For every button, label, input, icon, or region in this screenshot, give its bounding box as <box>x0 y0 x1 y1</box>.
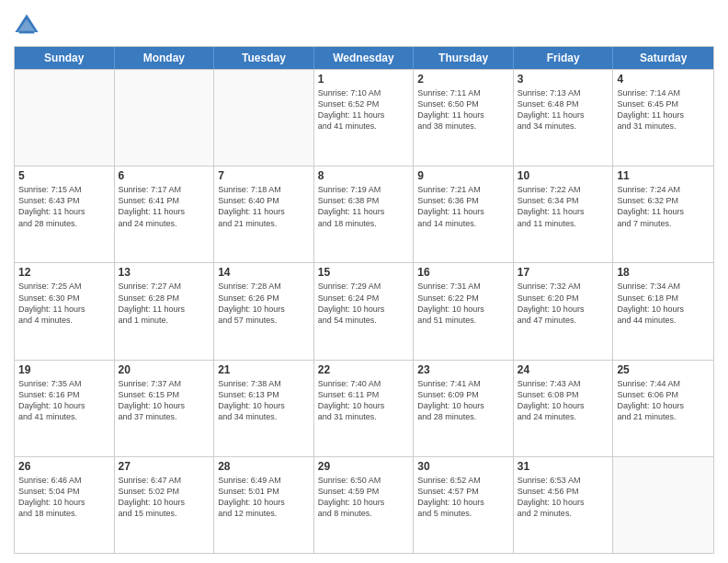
day-info: Sunrise: 7:44 AM Sunset: 6:06 PM Dayligh… <box>617 378 710 423</box>
day-info: Sunrise: 7:35 AM Sunset: 6:16 PM Dayligh… <box>18 378 110 423</box>
logo-icon <box>14 13 40 39</box>
empty-cell <box>115 70 215 166</box>
day-number: 16 <box>417 266 509 279</box>
day-number: 4 <box>617 73 710 86</box>
day-cell-28: 28Sunrise: 6:49 AM Sunset: 5:01 PM Dayli… <box>214 457 314 553</box>
day-number: 27 <box>119 460 210 473</box>
day-number: 21 <box>218 363 310 376</box>
day-info: Sunrise: 7:38 AM Sunset: 6:13 PM Dayligh… <box>218 378 310 423</box>
day-number: 10 <box>518 169 609 182</box>
day-number: 23 <box>417 363 509 376</box>
day-info: Sunrise: 7:13 AM Sunset: 6:48 PM Dayligh… <box>518 87 609 132</box>
calendar-body: 1Sunrise: 7:10 AM Sunset: 6:52 PM Daylig… <box>15 69 713 553</box>
day-number: 26 <box>18 460 110 473</box>
day-cell-3: 3Sunrise: 7:13 AM Sunset: 6:48 PM Daylig… <box>514 70 614 166</box>
day-info: Sunrise: 7:31 AM Sunset: 6:22 PM Dayligh… <box>417 281 509 326</box>
header-day-thursday: Thursday <box>414 47 514 69</box>
day-cell-10: 10Sunrise: 7:22 AM Sunset: 6:34 PM Dayli… <box>514 167 614 262</box>
day-cell-11: 11Sunrise: 7:24 AM Sunset: 6:32 PM Dayli… <box>613 167 713 262</box>
day-cell-7: 7Sunrise: 7:18 AM Sunset: 6:40 PM Daylig… <box>214 167 314 262</box>
day-number: 18 <box>617 266 710 279</box>
week-row-4: 26Sunrise: 6:46 AM Sunset: 5:04 PM Dayli… <box>15 456 713 553</box>
day-cell-12: 12Sunrise: 7:25 AM Sunset: 6:30 PM Dayli… <box>15 263 115 359</box>
day-info: Sunrise: 6:49 AM Sunset: 5:01 PM Dayligh… <box>218 475 310 520</box>
calendar-header: SundayMondayTuesdayWednesdayThursdayFrid… <box>15 47 713 69</box>
day-info: Sunrise: 7:15 AM Sunset: 6:43 PM Dayligh… <box>18 184 110 229</box>
day-number: 1 <box>318 73 410 86</box>
day-cell-31: 31Sunrise: 6:53 AM Sunset: 4:56 PM Dayli… <box>514 457 614 553</box>
day-cell-22: 22Sunrise: 7:40 AM Sunset: 6:11 PM Dayli… <box>314 361 415 456</box>
day-cell-17: 17Sunrise: 7:32 AM Sunset: 6:20 PM Dayli… <box>514 263 614 359</box>
week-row-0: 1Sunrise: 7:10 AM Sunset: 6:52 PM Daylig… <box>15 69 713 166</box>
header-day-saturday: Saturday <box>613 47 713 69</box>
day-number: 11 <box>617 169 710 182</box>
day-number: 12 <box>18 266 110 279</box>
day-number: 6 <box>119 169 210 182</box>
day-cell-19: 19Sunrise: 7:35 AM Sunset: 6:16 PM Dayli… <box>15 361 115 456</box>
day-info: Sunrise: 7:37 AM Sunset: 6:15 PM Dayligh… <box>119 378 210 423</box>
day-cell-26: 26Sunrise: 6:46 AM Sunset: 5:04 PM Dayli… <box>15 457 115 553</box>
day-number: 24 <box>518 363 609 376</box>
day-number: 14 <box>218 266 310 279</box>
day-info: Sunrise: 7:17 AM Sunset: 6:41 PM Dayligh… <box>119 184 210 229</box>
day-number: 5 <box>18 169 110 182</box>
day-info: Sunrise: 6:47 AM Sunset: 5:02 PM Dayligh… <box>119 475 210 520</box>
day-cell-15: 15Sunrise: 7:29 AM Sunset: 6:24 PM Dayli… <box>314 263 415 359</box>
day-cell-5: 5Sunrise: 7:15 AM Sunset: 6:43 PM Daylig… <box>15 167 115 262</box>
day-cell-16: 16Sunrise: 7:31 AM Sunset: 6:22 PM Dayli… <box>414 263 514 359</box>
header-day-sunday: Sunday <box>15 47 115 69</box>
day-cell-30: 30Sunrise: 6:52 AM Sunset: 4:57 PM Dayli… <box>414 457 514 553</box>
header-day-monday: Monday <box>115 47 215 69</box>
day-number: 2 <box>417 73 509 86</box>
day-info: Sunrise: 7:43 AM Sunset: 6:08 PM Dayligh… <box>518 378 609 423</box>
day-info: Sunrise: 7:21 AM Sunset: 6:36 PM Dayligh… <box>417 184 509 229</box>
day-number: 8 <box>318 169 410 182</box>
day-info: Sunrise: 6:50 AM Sunset: 4:59 PM Dayligh… <box>318 475 410 520</box>
day-cell-14: 14Sunrise: 7:28 AM Sunset: 6:26 PM Dayli… <box>214 263 314 359</box>
day-cell-2: 2Sunrise: 7:11 AM Sunset: 6:50 PM Daylig… <box>414 70 514 166</box>
header-day-friday: Friday <box>514 47 614 69</box>
day-number: 19 <box>18 363 110 376</box>
day-info: Sunrise: 7:34 AM Sunset: 6:18 PM Dayligh… <box>617 281 710 326</box>
day-number: 9 <box>417 169 509 182</box>
header-day-tuesday: Tuesday <box>214 47 314 69</box>
day-info: Sunrise: 7:27 AM Sunset: 6:28 PM Dayligh… <box>119 281 210 326</box>
page: SundayMondayTuesdayWednesdayThursdayFrid… <box>0 0 728 563</box>
day-cell-25: 25Sunrise: 7:44 AM Sunset: 6:06 PM Dayli… <box>613 361 713 456</box>
empty-cell <box>15 70 115 166</box>
empty-cell <box>613 457 713 553</box>
day-info: Sunrise: 6:53 AM Sunset: 4:56 PM Dayligh… <box>518 475 609 520</box>
day-number: 30 <box>417 460 509 473</box>
day-cell-27: 27Sunrise: 6:47 AM Sunset: 5:02 PM Dayli… <box>115 457 215 553</box>
day-number: 15 <box>318 266 410 279</box>
day-number: 25 <box>617 363 710 376</box>
header <box>14 9 714 39</box>
day-cell-13: 13Sunrise: 7:27 AM Sunset: 6:28 PM Dayli… <box>115 263 215 359</box>
week-row-2: 12Sunrise: 7:25 AM Sunset: 6:30 PM Dayli… <box>15 262 713 359</box>
day-cell-29: 29Sunrise: 6:50 AM Sunset: 4:59 PM Dayli… <box>314 457 415 553</box>
day-info: Sunrise: 7:41 AM Sunset: 6:09 PM Dayligh… <box>417 378 509 423</box>
day-number: 13 <box>119 266 210 279</box>
day-info: Sunrise: 7:22 AM Sunset: 6:34 PM Dayligh… <box>518 184 609 229</box>
day-info: Sunrise: 6:52 AM Sunset: 4:57 PM Dayligh… <box>417 475 509 520</box>
day-info: Sunrise: 7:11 AM Sunset: 6:50 PM Dayligh… <box>417 87 509 132</box>
day-cell-4: 4Sunrise: 7:14 AM Sunset: 6:45 PM Daylig… <box>613 70 713 166</box>
day-info: Sunrise: 7:25 AM Sunset: 6:30 PM Dayligh… <box>18 281 110 326</box>
day-number: 31 <box>518 460 609 473</box>
day-cell-23: 23Sunrise: 7:41 AM Sunset: 6:09 PM Dayli… <box>414 361 514 456</box>
week-row-3: 19Sunrise: 7:35 AM Sunset: 6:16 PM Dayli… <box>15 360 713 456</box>
day-info: Sunrise: 6:46 AM Sunset: 5:04 PM Dayligh… <box>18 475 110 520</box>
day-cell-21: 21Sunrise: 7:38 AM Sunset: 6:13 PM Dayli… <box>214 361 314 456</box>
day-info: Sunrise: 7:10 AM Sunset: 6:52 PM Dayligh… <box>318 87 410 132</box>
header-day-wednesday: Wednesday <box>314 47 415 69</box>
svg-rect-2 <box>19 31 35 34</box>
logo <box>14 13 41 39</box>
day-cell-8: 8Sunrise: 7:19 AM Sunset: 6:38 PM Daylig… <box>314 167 415 262</box>
day-info: Sunrise: 7:40 AM Sunset: 6:11 PM Dayligh… <box>318 378 410 423</box>
day-number: 20 <box>119 363 210 376</box>
day-number: 3 <box>518 73 609 86</box>
day-info: Sunrise: 7:29 AM Sunset: 6:24 PM Dayligh… <box>318 281 410 326</box>
day-number: 7 <box>218 169 310 182</box>
calendar: SundayMondayTuesdayWednesdayThursdayFrid… <box>14 46 714 554</box>
day-cell-9: 9Sunrise: 7:21 AM Sunset: 6:36 PM Daylig… <box>414 167 514 262</box>
